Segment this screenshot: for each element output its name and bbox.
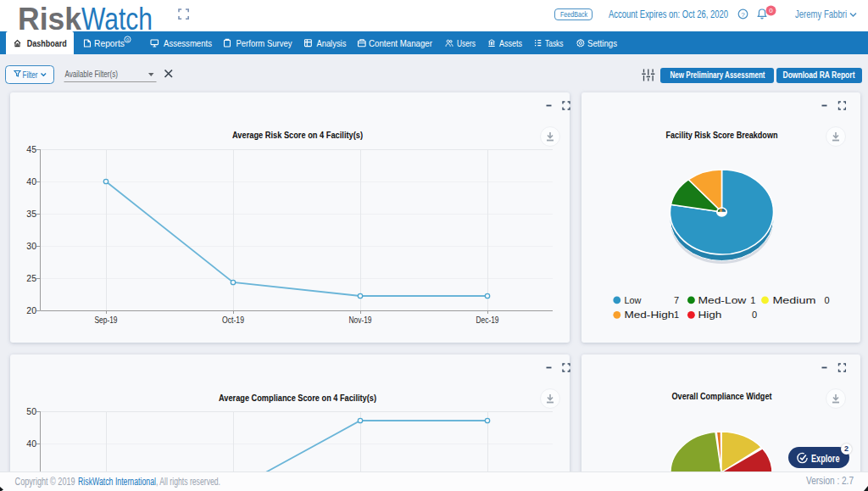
svg-text:Analysis: Analysis (316, 38, 346, 48)
svg-text:Nov-19: Nov-19 (349, 315, 372, 325)
svg-text:New Preliminary Assessment: New Preliminary Assessment (670, 70, 765, 80)
svg-text:Med-High: Med-High (624, 310, 674, 320)
svg-text:Explore: Explore (811, 453, 840, 465)
svg-text:0: 0 (824, 295, 829, 305)
svg-text:Oct-19: Oct-19 (222, 315, 244, 325)
svg-text:Filter: Filter (23, 70, 38, 80)
svg-text:25: 25 (26, 273, 36, 283)
svg-text:Risk: Risk (18, 2, 82, 31)
svg-text:Jeremy Fabbri: Jeremy Fabbri (795, 8, 847, 20)
svg-text:Account Expires on: Oct 26, 20: Account Expires on: Oct 26, 2020 (609, 8, 728, 20)
svg-text:High: High (698, 310, 721, 320)
svg-text:Assets: Assets (499, 38, 522, 48)
svg-text:Sep-19: Sep-19 (95, 315, 118, 325)
svg-text:Download RA Report: Download RA Report (783, 70, 855, 80)
svg-text:Tasks: Tasks (545, 38, 564, 48)
svg-text:Version : 2.7: Version : 2.7 (806, 475, 854, 487)
svg-text:45: 45 (26, 144, 36, 154)
svg-text:30: 30 (26, 241, 36, 251)
svg-text:RiskWatch International: RiskWatch International (78, 476, 156, 488)
svg-text:Facility Risk Score Breakdown: Facility Risk Score Breakdown (666, 130, 778, 140)
svg-text:Medium: Medium (772, 295, 815, 305)
svg-text:Copyright © 2019: Copyright © 2019 (15, 476, 75, 488)
svg-text:35: 35 (26, 209, 36, 219)
svg-text:1: 1 (674, 310, 679, 320)
svg-text:0: 0 (752, 310, 757, 320)
svg-text:40: 40 (26, 438, 36, 449)
svg-text:Content Manager: Content Manager (369, 38, 432, 48)
svg-text:Dec-19: Dec-19 (476, 315, 499, 325)
svg-text:20: 20 (26, 305, 36, 315)
svg-text:50: 50 (26, 406, 36, 416)
svg-text:0: 0 (126, 37, 129, 42)
svg-text:Settings: Settings (587, 38, 617, 48)
svg-text:Med-Low: Med-Low (698, 295, 746, 305)
svg-text:Available Filter(s): Available Filter(s) (64, 69, 118, 79)
svg-text:Reports: Reports (94, 38, 125, 48)
svg-text:Average Compliance Score on 4: Average Compliance Score on 4 Facility(s… (219, 393, 376, 403)
svg-text:0: 0 (769, 7, 773, 14)
svg-text:Low: Low (624, 295, 641, 305)
svg-text:Assessments: Assessments (164, 38, 212, 48)
svg-text:1: 1 (750, 295, 755, 305)
svg-text:Overall Compliance Widget: Overall Compliance Widget (672, 391, 772, 401)
svg-text:Perform Survey: Perform Survey (236, 38, 292, 48)
svg-text:7: 7 (674, 295, 679, 305)
svg-text:, All rights reserved.: , All rights reserved. (156, 476, 220, 488)
svg-text:Dashboard: Dashboard (27, 38, 67, 48)
svg-text:?: ? (741, 11, 745, 19)
svg-text:Watch: Watch (81, 2, 153, 31)
svg-text:FeedBack: FeedBack (560, 10, 587, 19)
svg-text:40: 40 (26, 176, 36, 187)
svg-text:Users: Users (457, 38, 476, 48)
svg-text:Average Risk Score on 4 Facili: Average Risk Score on 4 Facility(s) (232, 130, 363, 140)
